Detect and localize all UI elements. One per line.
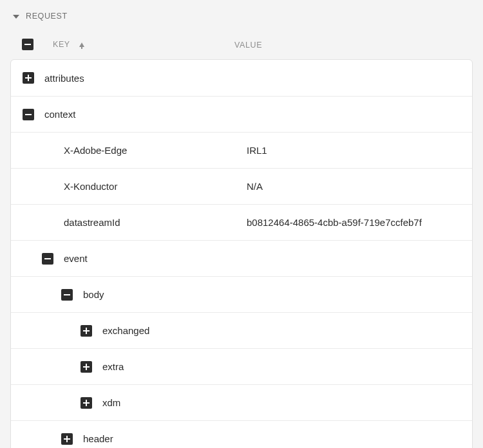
value-column-header[interactable]: VALUE	[234, 41, 262, 50]
plus-icon[interactable]	[61, 433, 73, 445]
svg-rect-6	[25, 114, 32, 115]
leaf-spacer	[42, 217, 53, 229]
tree-row-context[interactable]: context	[11, 96, 472, 132]
key-label: xdm	[102, 397, 120, 408]
plus-icon[interactable]	[80, 361, 92, 373]
minus-icon[interactable]	[23, 109, 34, 120]
value-label: N/A	[247, 181, 263, 192]
value-label: b0812464-4865-4cbb-a59f-719e7ccfeb7f	[247, 217, 422, 228]
svg-rect-10	[64, 294, 70, 295]
key-label: context	[44, 109, 75, 120]
tree-row-x-adobe-edge[interactable]: X-Adobe-Edge IRL1	[11, 132, 472, 168]
plus-icon[interactable]	[23, 72, 34, 84]
key-label: attributes	[44, 73, 84, 84]
key-label: X-Adobe-Edge	[64, 145, 127, 156]
svg-rect-19	[86, 400, 87, 406]
svg-rect-4	[28, 75, 29, 81]
minus-icon[interactable]	[61, 289, 73, 301]
tree-row-attributes[interactable]: attributes	[11, 60, 472, 96]
svg-rect-1	[24, 44, 31, 45]
key-label: body	[83, 289, 104, 300]
key-label: exchanged	[102, 325, 149, 336]
tree-container: attributes context X-Adobe-Edge IRL1 X-K…	[10, 59, 473, 448]
tree-row-datastreamid[interactable]: datastreamId b0812464-4865-4cbb-a59f-719…	[11, 204, 472, 240]
svg-rect-8	[44, 258, 51, 259]
tree-row-extra[interactable]: extra	[11, 348, 472, 384]
columns-header: KEY VALUE	[0, 30, 483, 59]
value-label: IRL1	[247, 145, 267, 156]
leaf-spacer	[42, 181, 53, 192]
tree-row-xdm[interactable]: xdm	[11, 384, 472, 420]
tree-row-exchanged[interactable]: exchanged	[11, 312, 472, 348]
panel-title: REQUEST	[26, 12, 68, 21]
chevron-down-icon	[13, 15, 19, 19]
tree-row-event[interactable]: event	[11, 240, 472, 276]
key-column-header[interactable]: KEY	[53, 40, 70, 49]
plus-icon[interactable]	[80, 325, 92, 337]
key-label: header	[83, 433, 113, 444]
minus-icon[interactable]	[42, 253, 53, 265]
tree-row-x-konductor[interactable]: X-Konductor N/A	[11, 168, 472, 204]
svg-rect-13	[86, 328, 87, 334]
key-label: extra	[102, 361, 124, 372]
panel-header[interactable]: REQUEST	[0, 0, 483, 30]
tree-row-body[interactable]: body	[11, 276, 472, 312]
sort-ascending-icon[interactable]	[79, 42, 84, 47]
key-label: event	[64, 253, 88, 264]
leaf-spacer	[42, 145, 53, 156]
svg-rect-22	[66, 436, 68, 442]
key-label: datastreamId	[64, 217, 120, 228]
plus-icon[interactable]	[80, 397, 92, 409]
tree-row-header[interactable]: header	[11, 420, 472, 448]
svg-rect-16	[86, 364, 87, 370]
collapse-all-icon[interactable]	[22, 39, 33, 50]
key-label: X-Konductor	[64, 181, 117, 192]
